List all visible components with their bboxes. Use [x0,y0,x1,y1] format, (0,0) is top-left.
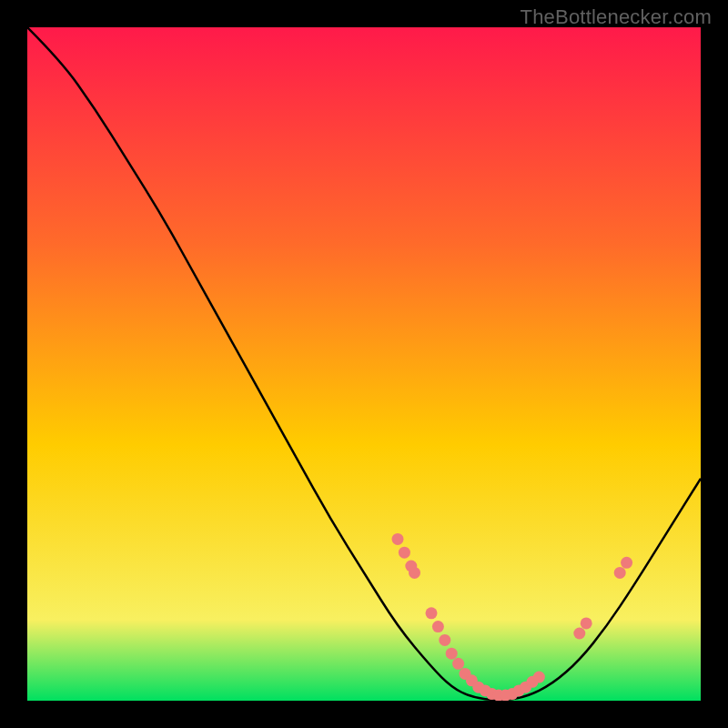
data-marker [392,533,404,545]
chart-svg [27,27,701,701]
chart-background [27,27,701,701]
data-marker [533,672,545,683]
data-marker [399,547,410,559]
data-marker [446,648,458,660]
data-marker [621,557,632,569]
bottleneck-chart [27,27,701,701]
data-marker [452,658,464,670]
data-marker [573,628,585,640]
data-marker [614,567,626,579]
data-marker [581,617,592,629]
data-marker [409,567,420,579]
data-marker [426,607,438,619]
attribution-text: TheBottlenecker.com [521,5,712,29]
data-marker [439,634,450,646]
data-marker [432,621,444,632]
